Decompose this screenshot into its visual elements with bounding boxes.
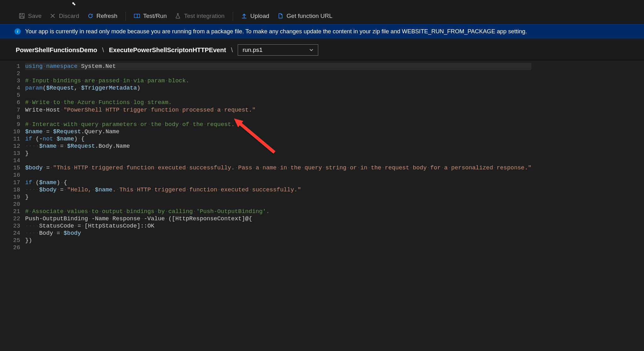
save-button[interactable]: Save	[19, 13, 42, 19]
discard-label: Discard	[59, 13, 79, 19]
line-number: 20	[0, 201, 20, 208]
info-banner: i Your app is currently in read only mod…	[0, 24, 644, 39]
get-function-url-button[interactable]: Get function URL	[277, 13, 332, 19]
file-dropdown[interactable]: run.ps1	[238, 44, 318, 56]
test-run-button[interactable]: Test/Run	[134, 13, 167, 19]
line-number: 3	[0, 77, 20, 85]
code-editor[interactable]: 1234567891011121314151617181920212223242…	[0, 60, 644, 351]
link-file-icon	[277, 13, 283, 19]
command-toolbar: Save Discard Refresh Test/Run Test integ…	[0, 8, 644, 24]
refresh-label: Refresh	[97, 13, 118, 19]
line-number: 19	[0, 194, 20, 201]
test-integration-label: Test integration	[184, 13, 225, 19]
code-line[interactable]: }	[25, 194, 531, 201]
discard-button[interactable]: Discard	[50, 13, 79, 19]
code-line[interactable]: $body·=·"This·HTTP·triggered·function·ex…	[25, 164, 531, 172]
code-line[interactable]: ····StatusCode·=·[HttpStatusCode]::OK	[25, 222, 531, 230]
code-line[interactable]	[25, 70, 531, 77]
line-number: 7	[0, 107, 20, 114]
info-banner-text: Your app is currently in read only mode …	[25, 28, 527, 35]
close-icon	[50, 13, 56, 19]
code-line[interactable]	[25, 157, 531, 164]
breadcrumb-root[interactable]: PowerShellFunctionsDemo	[16, 47, 97, 54]
code-line[interactable]: if·(-not·$name)·{	[25, 135, 531, 143]
line-number: 10	[0, 128, 20, 135]
line-number: 6	[0, 99, 20, 106]
code-line[interactable]	[25, 201, 531, 208]
code-line[interactable]: using·namespace·System.Net	[25, 63, 531, 70]
chevron-down-icon	[309, 48, 314, 52]
line-number: 5	[0, 92, 20, 99]
code-line[interactable]	[25, 114, 531, 121]
upload-icon	[241, 13, 247, 19]
line-number: 15	[0, 164, 20, 172]
line-number: 9	[0, 121, 20, 128]
test-integration-button[interactable]: Test integration	[175, 13, 225, 19]
code-line[interactable]	[25, 172, 531, 179]
svg-rect-1	[20, 16, 24, 18]
save-icon	[19, 13, 25, 19]
code-line[interactable]: if·($name)·{	[25, 179, 531, 186]
line-number: 26	[0, 244, 20, 251]
line-number: 2	[0, 70, 20, 77]
line-number: 24	[0, 230, 20, 237]
top-spacer	[0, 0, 644, 8]
line-number: 23	[0, 222, 20, 230]
breadcrumb-sep: \	[102, 47, 104, 54]
flask-icon	[175, 13, 181, 19]
line-number: 17	[0, 179, 20, 186]
line-number: 11	[0, 135, 20, 143]
line-gutter: 1234567891011121314151617181920212223242…	[0, 60, 25, 351]
code-line[interactable]: ····Body·=·$body	[25, 230, 531, 237]
line-number: 22	[0, 215, 20, 222]
code-line[interactable]: }	[25, 150, 531, 157]
toolbar-divider-2	[233, 12, 233, 20]
upload-button[interactable]: Upload	[241, 13, 269, 19]
panel-icon	[134, 13, 140, 19]
line-number: 25	[0, 237, 20, 244]
code-line[interactable]: ····$body·=·"Hello,·$name.·This·HTTP·tri…	[25, 186, 531, 194]
line-number: 1	[0, 63, 20, 70]
line-number: 8	[0, 114, 20, 121]
line-number: 18	[0, 186, 20, 194]
code-line[interactable]: })	[25, 237, 531, 244]
code-line[interactable]: #·Interact·with·query·parameters·or·the·…	[25, 121, 531, 128]
code-content[interactable]: using·namespace·System.Net #·Input·bindi…	[25, 60, 531, 351]
breadcrumb-sep: \	[231, 47, 233, 54]
info-icon: i	[14, 28, 21, 35]
upload-label: Upload	[250, 13, 269, 19]
code-line[interactable]: Push-OutputBinding·-Name·Response·-Value…	[25, 215, 531, 222]
refresh-icon	[87, 13, 93, 19]
code-line[interactable]: #·Write·to·the·Azure·Functions·log·strea…	[25, 99, 531, 106]
breadcrumb-func[interactable]: ExecutePowerShellScriptonHTTPEvent	[109, 47, 226, 54]
refresh-button[interactable]: Refresh	[87, 13, 118, 19]
code-line[interactable]: $name·=·$Request.Query.Name	[25, 128, 531, 135]
line-number: 4	[0, 85, 20, 92]
code-line[interactable]: #·Associate·values·to·output·bindings·by…	[25, 208, 531, 215]
toolbar-divider	[125, 12, 126, 20]
code-line[interactable]: ····$name·=·$Request.Body.Name	[25, 143, 531, 150]
code-line[interactable]	[25, 244, 531, 251]
save-label: Save	[28, 13, 42, 19]
line-number: 13	[0, 150, 20, 157]
file-dropdown-value: run.ps1	[242, 47, 262, 53]
line-number: 16	[0, 172, 20, 179]
line-number: 12	[0, 143, 20, 150]
line-number: 21	[0, 208, 20, 215]
svg-rect-2	[134, 14, 140, 18]
get-function-url-label: Get function URL	[286, 13, 332, 19]
code-line[interactable]: param($Request,·$TriggerMetadata)	[25, 85, 531, 92]
code-line[interactable]	[25, 92, 531, 99]
line-number: 14	[0, 157, 20, 164]
breadcrumb: PowerShellFunctionsDemo \ ExecutePowerSh…	[0, 39, 644, 60]
code-line[interactable]: #·Input·bindings·are·passed·in·via·param…	[25, 77, 531, 85]
test-run-label: Test/Run	[143, 13, 167, 19]
code-line[interactable]: Write-Host·"PowerShell·HTTP·trigger·func…	[25, 107, 531, 114]
